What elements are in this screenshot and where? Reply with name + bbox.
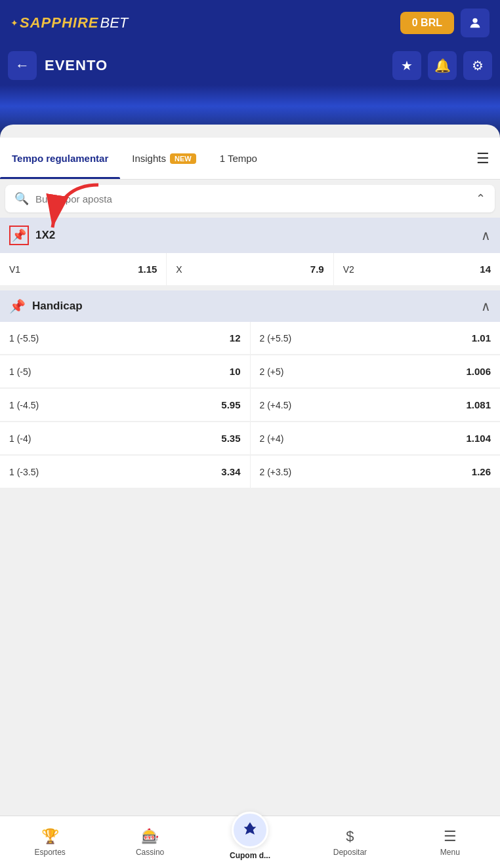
handicap-label-3-2: 2 (+4): [260, 433, 284, 444]
odds-row-1x2: V1 1.15 X 7.9 V2 14: [0, 253, 500, 285]
arrow-overlay: 📌 1X2 ∧: [0, 218, 500, 253]
handicap-cell-1-right[interactable]: 2 (+5) 1.006: [251, 355, 501, 387]
tab-1tempo[interactable]: 1 Tempo: [208, 138, 269, 179]
handicap-cell-2-right[interactable]: 2 (+4.5) 1.081: [251, 389, 501, 421]
hero-area: [0, 85, 500, 138]
section-1x2-title: 1X2: [35, 229, 474, 242]
content-area: 📌 1X2 ∧ V1 1.15 X 7.9 V2 14 📌 Handicap ∧: [0, 218, 500, 555]
star-icon: ★: [401, 58, 413, 73]
odds-cell-v1[interactable]: V1 1.15: [0, 253, 167, 285]
bottom-nav-esportes[interactable]: 🏆 Esportes: [0, 816, 100, 868]
top-nav-right: 0 BRL: [400, 9, 490, 37]
bottom-navigation: 🏆 Esportes 🎰 Cassino Cupom d... $ Deposi…: [0, 816, 500, 868]
chevron-up-1x2-icon: ∧: [481, 228, 491, 243]
handicap-row-2: 1 (-4.5) 5.95 2 (+4.5) 1.081: [0, 389, 500, 421]
handicap-label-4-1: 1 (-3.5): [9, 467, 39, 477]
handicap-cell-0-left[interactable]: 1 (-5.5) 12: [0, 322, 251, 354]
bottom-nav-cassino[interactable]: 🎰 Cassino: [100, 816, 199, 868]
menu-icon: ☰: [444, 828, 457, 845]
handicap-label-0-2: 2 (+5.5): [260, 333, 292, 344]
pin-icon-1x2: 📌: [12, 228, 26, 243]
handicap-val-3-1: 5.35: [221, 433, 240, 444]
expand-button[interactable]: ⌃: [476, 191, 486, 206]
handicap-label-2-1: 1 (-4.5): [9, 400, 39, 410]
odds-label-v2: V2: [343, 264, 354, 275]
cupom-circle: [232, 812, 268, 848]
pin-icon-handicap: 📌: [9, 298, 26, 314]
search-bar: 🔍 ⌃: [5, 185, 495, 212]
collapse-handicap-button[interactable]: ∧: [481, 298, 491, 314]
svg-point-0: [472, 18, 477, 23]
tab-insights[interactable]: Insights NEW: [120, 138, 207, 179]
menu-label: Menu: [440, 848, 460, 857]
logo-bet-text: BET: [100, 14, 128, 31]
handicap-cell-4-right[interactable]: 2 (+3.5) 1.26: [251, 456, 501, 488]
handicap-label-3-1: 1 (-4): [9, 433, 31, 444]
handicap-val-4-1: 3.34: [221, 466, 240, 477]
handicap-val-1-2: 1.006: [466, 366, 491, 377]
handicap-label-1-2: 2 (+5): [260, 366, 284, 377]
logo-star-icon: ✦: [10, 18, 18, 28]
handicap-label-2-2: 2 (+4.5): [260, 400, 292, 410]
bottom-nav-cupom[interactable]: Cupom d...: [200, 816, 300, 868]
cupom-label: Cupom d...: [230, 851, 270, 860]
handicap-cell-3-left[interactable]: 1 (-4) 5.35: [0, 422, 251, 454]
tab-menu-button[interactable]: ☰: [466, 138, 500, 179]
handicap-cell-2-left[interactable]: 1 (-4.5) 5.95: [0, 389, 251, 421]
search-input[interactable]: [35, 193, 469, 205]
odds-label-v1: V1: [9, 264, 20, 275]
balance-button[interactable]: 0 BRL: [400, 12, 454, 34]
handicap-row-1: 1 (-5) 10 2 (+5) 1.006: [0, 355, 500, 387]
logo-sapphire-text: SAPPHIRE: [20, 14, 98, 31]
handicap-cell-3-right[interactable]: 2 (+4) 1.104: [251, 422, 501, 454]
handicap-row-0: 1 (-5.5) 12 2 (+5.5) 1.01: [0, 322, 500, 354]
cassino-label: Cassino: [136, 848, 164, 857]
bottom-nav-menu[interactable]: ☰ Menu: [400, 816, 500, 868]
tab-insights-content: Insights NEW: [132, 153, 196, 164]
handicap-cell-1-left[interactable]: 1 (-5) 10: [0, 355, 251, 387]
handicap-label-0-1: 1 (-5.5): [9, 333, 39, 344]
tab-tempo-regulamentar[interactable]: Tempo regulamentar: [0, 138, 120, 179]
odds-cell-v2[interactable]: V2 14: [334, 253, 500, 285]
gear-icon: ⚙: [472, 58, 484, 73]
secondary-navigation: ← EVENTO ★ 🔔 ⚙: [0, 46, 500, 85]
tab-tempo-label: Tempo regulamentar: [12, 153, 108, 164]
top-navigation: ✦ SAPPHIRE BET 0 BRL: [0, 0, 500, 46]
handicap-val-4-2: 1.26: [472, 466, 491, 477]
handicap-val-2-1: 5.95: [221, 399, 240, 410]
bottom-nav-depositar[interactable]: $ Depositar: [300, 816, 400, 868]
page-title: EVENTO: [45, 57, 385, 74]
user-button[interactable]: [461, 9, 490, 37]
handicap-cell-4-left[interactable]: 1 (-3.5) 3.34: [0, 456, 251, 488]
tabs-container: Tempo regulamentar Insights NEW 1 Tempo …: [0, 138, 500, 180]
tab-insights-label: Insights: [132, 153, 166, 164]
esportes-label: Esportes: [35, 848, 66, 857]
section-handicap-header[interactable]: 📌 Handicap ∧: [0, 290, 500, 322]
settings-button[interactable]: ⚙: [463, 51, 492, 80]
odds-label-x: X: [176, 264, 182, 275]
chevron-up-icon: ⌃: [476, 192, 486, 205]
handicap-row-4: 1 (-3.5) 3.34 2 (+3.5) 1.26: [0, 456, 500, 488]
back-icon: ←: [15, 57, 30, 74]
nav-icon-group: ★ 🔔 ⚙: [392, 51, 492, 80]
tab-1tempo-label: 1 Tempo: [220, 153, 257, 164]
favorite-button[interactable]: ★: [392, 51, 421, 80]
section-handicap-title: Handicap: [32, 300, 474, 313]
user-icon: [468, 16, 482, 30]
handicap-val-3-2: 1.104: [466, 433, 491, 444]
odds-cell-x[interactable]: X 7.9: [167, 253, 333, 285]
casino-icon: 🎰: [141, 828, 159, 845]
notifications-button[interactable]: 🔔: [428, 51, 457, 80]
depositar-label: Depositar: [333, 848, 367, 857]
hamburger-icon: ☰: [476, 150, 490, 167]
handicap-label-4-2: 2 (+3.5): [260, 467, 292, 477]
back-button[interactable]: ←: [8, 51, 37, 80]
handicap-val-0-2: 1.01: [472, 332, 491, 344]
handicap-cell-0-right[interactable]: 2 (+5.5) 1.01: [251, 322, 501, 354]
odds-value-v1: 1.15: [138, 264, 157, 275]
handicap-val-1-1: 10: [230, 366, 241, 377]
section-1x2-header[interactable]: 📌 1X2 ∧: [0, 218, 500, 253]
chevron-up-handicap-icon: ∧: [481, 299, 491, 313]
odds-value-v2: 14: [480, 264, 491, 275]
collapse-1x2-button[interactable]: ∧: [481, 227, 491, 243]
